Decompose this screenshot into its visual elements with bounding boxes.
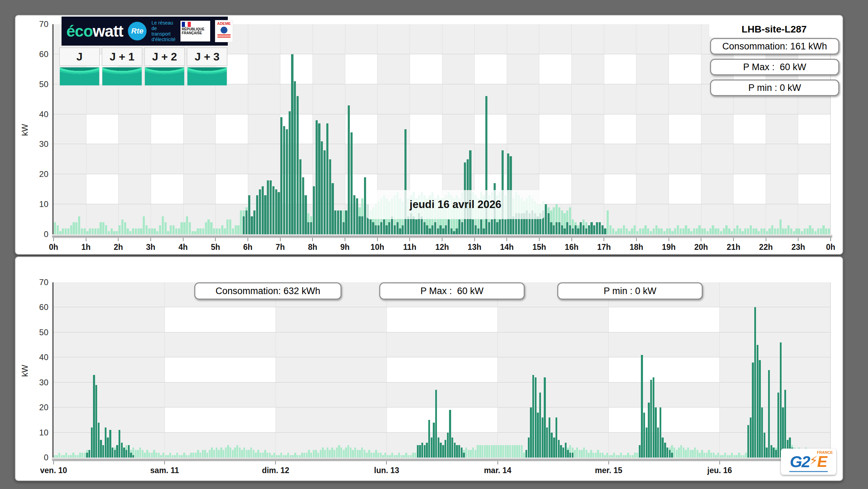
day-button-j1[interactable]: J + 1 [102,47,142,86]
bar [764,433,765,458]
bar [773,448,774,458]
bar [358,216,361,234]
bar [146,225,148,234]
bar [91,427,93,458]
bar [84,228,86,234]
bar [499,219,501,234]
bar [81,228,83,234]
bar [299,159,301,234]
bar [663,231,665,234]
bar [567,450,569,458]
bar [777,228,779,234]
g2e-logo: G2⚡E FRANCE [781,449,836,475]
bar [806,228,809,234]
bar [544,377,545,458]
bar [223,450,224,458]
bar [380,453,382,458]
bar [747,425,749,458]
bar [458,219,460,234]
bar [415,219,417,234]
bar [175,228,177,234]
bar [590,450,592,458]
bar [140,228,142,234]
bar [329,159,331,234]
bar [107,438,109,458]
gridline-vertical [608,282,609,458]
ecowatt-signal-image-j2 [144,67,185,86]
bar [172,225,175,234]
bar [707,231,709,234]
bar [199,228,202,234]
bar [475,225,477,234]
x-tick [506,238,507,241]
bar [693,228,695,234]
bar [178,228,180,234]
y-axis-line [52,282,54,460]
bar [784,390,786,458]
bar [236,445,238,458]
grid-cell [539,114,571,144]
grid-cell [151,114,183,144]
bar [505,445,506,458]
bar [623,455,624,458]
bar [750,225,752,234]
bar [787,225,790,234]
bar [197,450,199,458]
x-tick [608,461,609,464]
gridline-vertical [669,24,669,234]
bar [190,453,192,458]
bar [264,195,266,234]
x-tick-label: 14h [500,243,514,252]
bar [669,450,671,458]
bar [257,450,259,458]
bar [385,225,388,234]
bar [528,438,530,458]
x-tick [164,461,165,464]
x-tick [312,238,313,241]
bar [188,455,190,458]
x-tick [53,461,54,464]
x-tick [386,461,387,464]
bar [560,445,562,458]
y-tick-label: 0 [24,229,48,239]
bar [648,403,650,458]
bar [199,453,201,458]
bar [78,216,80,234]
bar [232,228,234,234]
bar [273,453,275,458]
bar [669,228,671,234]
gov-line1: RÉPUBLIQUE [182,28,209,31]
gridline-horizontal [54,407,830,407]
bar [280,117,282,234]
bar [634,225,636,234]
bar [442,228,444,234]
bar [575,225,577,234]
day-button-j3[interactable]: J + 3 [187,47,227,86]
bar [703,453,705,458]
bar [183,222,185,234]
g2e-e-text: E [817,453,827,470]
x-tick-label: sam. 11 [150,466,179,475]
bar [581,450,582,458]
bar [195,453,197,458]
bar [755,228,757,234]
bar [210,222,212,234]
bar [77,455,79,458]
gridline-vertical [766,24,766,234]
bar [297,96,299,234]
bar [491,445,493,458]
bar [450,228,452,234]
bar [272,186,274,234]
bar [336,448,338,458]
bar [137,450,139,458]
day-pmax-stat: P Max : 60 kW [710,59,839,75]
bar [736,455,737,458]
day-button-j[interactable]: J [59,47,100,86]
bar [758,231,760,234]
day-button-j2[interactable]: J + 2 [144,47,185,86]
bar [706,453,708,458]
bar [364,450,365,458]
grid-cell [151,174,183,204]
bar [502,445,504,458]
bar [641,355,643,458]
